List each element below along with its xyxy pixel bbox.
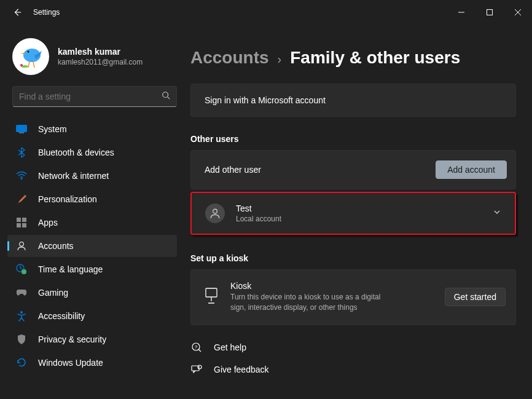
user-avatar-icon	[205, 203, 225, 223]
svg-point-3	[28, 51, 29, 53]
nav-label: Time & language	[38, 264, 103, 274]
search-icon	[162, 91, 170, 102]
window-title: Settings	[33, 8, 60, 17]
nav-label: Gaming	[38, 288, 68, 298]
bluetooth-icon	[15, 146, 28, 159]
svg-rect-8	[19, 132, 24, 133]
gamepad-icon	[15, 286, 28, 299]
back-button[interactable]	[9, 4, 26, 21]
nav-label: Bluetooth & devices	[38, 148, 114, 157]
kiosk-section-title: Set up a kiosk	[190, 253, 516, 263]
breadcrumb: Accounts › Family & other users	[190, 48, 516, 68]
maximize-icon	[487, 9, 493, 15]
kiosk-description: Turn this device into a kiosk to use as …	[230, 292, 390, 314]
sidebar: kamlesh kumar kamlesh2011@gmail.com Syst…	[0, 25, 184, 399]
get-help-label: Get help	[214, 342, 246, 352]
main-content: Accounts › Family & other users Sign in …	[184, 25, 532, 399]
chevron-right-icon: ›	[278, 52, 282, 66]
signin-card[interactable]: Sign in with a Microsoft account	[190, 84, 516, 117]
search-box[interactable]	[12, 86, 177, 107]
system-icon	[15, 122, 28, 136]
feedback-icon	[190, 363, 203, 376]
svg-rect-7	[17, 125, 27, 132]
give-feedback-label: Give feedback	[214, 365, 269, 374]
search-input[interactable]	[19, 92, 162, 101]
signin-text: Sign in with a Microsoft account	[205, 95, 326, 105]
svg-point-14	[20, 242, 24, 247]
nav-system[interactable]: System	[7, 118, 177, 140]
highlighted-user-box: Test Local account	[190, 192, 516, 235]
nav-personalization[interactable]: Personalization	[7, 188, 177, 210]
profile-block[interactable]: kamlesh kumar kamlesh2011@gmail.com	[5, 31, 184, 86]
back-arrow-icon	[13, 8, 22, 17]
user-subtitle: Local account	[236, 215, 493, 223]
update-icon	[15, 356, 28, 369]
close-icon	[515, 9, 521, 15]
nav-apps[interactable]: Apps	[7, 211, 177, 234]
wifi-icon	[15, 169, 28, 183]
nav-label: Accessibility	[38, 311, 85, 321]
clock-globe-icon	[15, 263, 28, 276]
svg-point-2	[25, 49, 34, 57]
help-icon: ?	[190, 341, 203, 354]
nav-gaming[interactable]: Gaming	[7, 282, 177, 304]
svg-rect-19	[206, 288, 217, 297]
nav-label: Privacy & security	[38, 334, 106, 344]
nav-time-language[interactable]: Time & language	[7, 258, 177, 280]
nav-label: Personalization	[38, 194, 97, 204]
svg-point-16	[22, 269, 26, 274]
person-icon	[15, 239, 28, 253]
profile-name: kamlesh kumar	[58, 47, 143, 57]
breadcrumb-parent[interactable]: Accounts	[190, 48, 269, 68]
maximize-button[interactable]	[475, 2, 504, 22]
get-started-button[interactable]: Get started	[445, 288, 506, 306]
chevron-down-icon	[493, 208, 501, 219]
nav-network[interactable]: Network & internet	[7, 165, 177, 187]
give-feedback-link[interactable]: Give feedback	[190, 363, 516, 376]
accessibility-icon	[15, 309, 28, 323]
svg-rect-12	[17, 223, 21, 227]
svg-rect-11	[22, 218, 26, 222]
nav-label: Network & internet	[38, 171, 109, 181]
svg-point-9	[21, 178, 23, 180]
close-button[interactable]	[504, 2, 532, 22]
get-help-link[interactable]: ? Get help	[190, 341, 516, 354]
nav-privacy-security[interactable]: Privacy & security	[7, 328, 177, 350]
other-users-title: Other users	[190, 134, 516, 144]
nav-label: Windows Update	[38, 358, 103, 368]
apps-icon	[15, 216, 28, 229]
user-row-test[interactable]: Test Local account	[192, 193, 515, 234]
shield-icon	[15, 333, 28, 346]
add-other-user-row: Add other user Add account	[190, 150, 516, 189]
page-title: Family & other users	[290, 48, 460, 68]
add-account-button[interactable]: Add account	[436, 160, 507, 179]
user-name: Test	[236, 203, 493, 213]
nav-bluetooth[interactable]: Bluetooth & devices	[7, 141, 177, 164]
svg-point-5	[20, 64, 23, 66]
avatar	[12, 38, 49, 75]
svg-point-18	[213, 209, 217, 213]
svg-point-6	[163, 92, 168, 98]
minimize-icon	[458, 9, 464, 15]
svg-text:?: ?	[195, 344, 198, 350]
nav-windows-update[interactable]: Windows Update	[7, 352, 177, 374]
profile-email: kamlesh2011@gmail.com	[58, 58, 143, 66]
svg-point-17	[20, 311, 23, 314]
svg-point-23	[198, 365, 201, 369]
kiosk-icon	[205, 288, 218, 306]
nav-accounts[interactable]: Accounts	[7, 235, 177, 257]
nav-label: System	[38, 124, 67, 134]
window-controls	[447, 2, 532, 22]
svg-rect-0	[487, 10, 493, 15]
avatar-bird-icon	[16, 42, 45, 71]
nav-accessibility[interactable]: Accessibility	[7, 305, 177, 327]
titlebar: Settings	[0, 0, 532, 25]
svg-rect-13	[22, 223, 26, 227]
nav-label: Apps	[38, 218, 58, 227]
add-other-user-label: Add other user	[205, 165, 436, 175]
nav-label: Accounts	[38, 241, 74, 251]
kiosk-card: Kiosk Turn this device into a kiosk to u…	[190, 269, 516, 325]
minimize-button[interactable]	[447, 2, 475, 22]
kiosk-title: Kiosk	[230, 281, 445, 291]
paintbrush-icon	[15, 192, 28, 206]
